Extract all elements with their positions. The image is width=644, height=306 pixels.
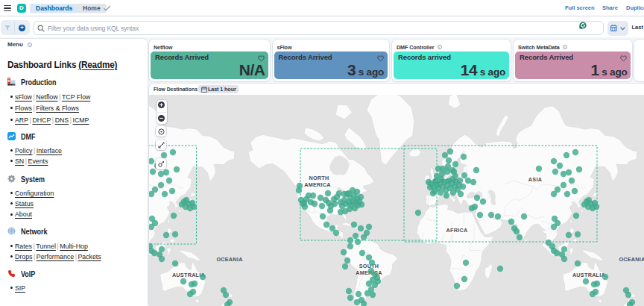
svg-text:SOUTH: SOUTH: [359, 263, 379, 269]
svg-text:AFRICA: AFRICA: [446, 227, 468, 234]
svg-text:OCEANIA: OCEANIA: [216, 256, 242, 263]
svg-text:NORTH: NORTH: [309, 175, 329, 181]
svg-text:AMERICA: AMERICA: [304, 181, 331, 188]
svg-text:ASIA: ASIA: [528, 176, 542, 183]
svg-text:OCEANIA: OCEANIA: [619, 256, 644, 263]
svg-text:AUSTRALIA: AUSTRALIA: [572, 272, 605, 278]
